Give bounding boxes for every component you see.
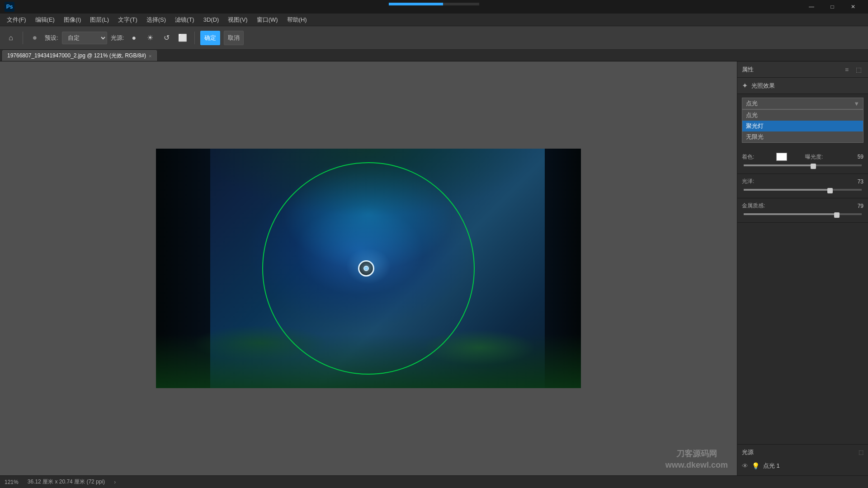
light-type-select-button[interactable]: 点光 ▼ xyxy=(742,98,863,109)
panel-expand-icon[interactable]: ⬚ xyxy=(859,449,863,455)
watermark-line2: www.dkewl.com xyxy=(665,460,728,471)
toolbar-circle-icon[interactable]: ● xyxy=(28,32,41,44)
color-swatch[interactable] xyxy=(776,153,787,161)
titlebar-controls: — □ ✕ xyxy=(801,0,863,14)
menu-text[interactable]: 文字(T) xyxy=(113,14,142,26)
active-tab[interactable]: 19766807_194341947000_2.jpg @ 121% (光效, … xyxy=(2,50,157,61)
bulb-icon: 💡 xyxy=(752,462,760,469)
exposure-slider-thumb[interactable] xyxy=(811,164,816,169)
metal-slider-thumb[interactable] xyxy=(834,212,840,218)
metal-value: 79 xyxy=(848,203,863,209)
light-source-item: 👁 💡 点光 1 xyxy=(742,460,863,472)
light-type-value: 点光 xyxy=(746,99,758,108)
preset-select[interactable]: 自定 xyxy=(62,32,107,44)
foliage-mid-right xyxy=(423,329,536,366)
gloss-slider-fill xyxy=(744,189,830,191)
zoom-level: 121% xyxy=(5,479,19,485)
titlebar-left: Ps xyxy=(5,2,14,12)
menu-file[interactable]: 文件(F) xyxy=(2,14,31,26)
light-sun-icon[interactable]: ☀ xyxy=(144,32,156,44)
toolbar-separator-2 xyxy=(194,32,195,44)
maximize-button[interactable]: □ xyxy=(822,0,843,14)
statusbar: 121% 36.12 厘米 x 20.74 厘米 (72 ppi) › xyxy=(0,475,868,488)
gloss-label: 光泽: xyxy=(742,178,774,185)
menu-window[interactable]: 窗口(W) xyxy=(252,14,283,26)
dropdown-option-spot[interactable]: 聚光灯 xyxy=(742,121,863,131)
titlebar: Ps — □ ✕ xyxy=(0,0,868,14)
gloss-slider-track[interactable] xyxy=(744,189,862,191)
properties-title: 属性 xyxy=(742,66,754,74)
panel-list-icon[interactable]: ≡ xyxy=(842,65,852,75)
metal-row: 金属质感: 79 xyxy=(742,202,863,210)
light-sources-title: 光源 xyxy=(742,448,754,456)
menu-filter[interactable]: 滤镜(T) xyxy=(170,14,199,26)
lighting-title: 光照效果 xyxy=(751,82,775,90)
light-source-handle[interactable] xyxy=(358,260,374,277)
light-type-dropdown: 点光 ▼ 点光 聚光灯 无限光 xyxy=(742,98,863,109)
menu-layer[interactable]: 图层(L) xyxy=(85,14,113,26)
gloss-value: 73 xyxy=(848,178,863,185)
light-label: 光源: xyxy=(111,34,124,42)
canvas-image xyxy=(156,149,581,388)
dropdown-option-infinite[interactable]: 无限光 xyxy=(742,131,863,142)
close-button[interactable]: ✕ xyxy=(843,0,863,14)
confirm-button[interactable]: 确定 xyxy=(200,31,220,45)
light-dot-icon[interactable]: ● xyxy=(127,32,140,44)
gloss-slider-thumb[interactable] xyxy=(827,188,833,193)
menu-edit[interactable]: 编辑(E) xyxy=(31,14,59,26)
menu-help[interactable]: 帮助(H) xyxy=(283,14,311,26)
menu-select[interactable]: 选择(S) xyxy=(142,14,170,26)
cancel-button[interactable]: 取消 xyxy=(224,31,244,45)
color-row: 着色: 曝光度: 59 xyxy=(742,153,863,161)
props-section-color: 着色: 曝光度: 59 xyxy=(737,149,868,174)
menu-image[interactable]: 图像(I) xyxy=(59,14,85,26)
menu-view[interactable]: 视图(V) xyxy=(223,14,252,26)
rotate-icon[interactable]: ↺ xyxy=(160,32,173,44)
minimize-button[interactable]: — xyxy=(801,0,822,14)
watermark-line1: 刀客源码网 xyxy=(665,448,728,460)
tab-label: 19766807_194341947000_2.jpg @ 121% (光效, … xyxy=(7,52,146,60)
foliage-top xyxy=(201,149,536,216)
light-source-name: 点光 1 xyxy=(763,462,780,470)
exposure-value: 59 xyxy=(848,154,863,160)
metal-slider-row xyxy=(742,213,863,215)
image-size-info: 36.12 厘米 x 20.74 厘米 (72 ppi) xyxy=(28,478,105,486)
light-sources-panel: 光源 ⬚ 👁 💡 点光 1 xyxy=(737,444,868,475)
frame-icon[interactable]: ⬜ xyxy=(176,32,189,44)
tabbar: 19766807_194341947000_2.jpg @ 121% (光效, … xyxy=(0,50,868,61)
canvas-wrapper xyxy=(156,149,581,388)
right-panel: 属性 ≡ ⬚ ✦ 光照效果 点光 ▼ 点光 聚光灯 无限光 xyxy=(737,61,868,475)
toolbar-separator-1 xyxy=(23,32,23,44)
light-sources-header: 光源 ⬚ xyxy=(742,448,863,456)
progress-bar xyxy=(389,3,479,5)
progress-bar-fill xyxy=(389,3,443,5)
exposure-slider-fill xyxy=(744,164,813,166)
lighting-header: ✦ 光照效果 xyxy=(737,78,868,94)
color-label: 着色: xyxy=(742,153,774,161)
properties-expand-icon[interactable]: ⬚ xyxy=(854,65,863,75)
toolbar: ⌂ ● 预设: 自定 光源: ● ☀ ↺ ⬜ 确定 取消 xyxy=(0,26,868,50)
menubar: 文件(F) 编辑(E) 图像(I) 图层(L) 文字(T) 选择(S) 滤镜(T… xyxy=(0,14,868,26)
metal-label: 金属质感: xyxy=(742,202,774,210)
props-section-metal: 金属质感: 79 xyxy=(737,198,868,223)
exposure-slider-track[interactable] xyxy=(744,164,862,166)
ps-logo-icon: Ps xyxy=(5,2,14,12)
metal-slider-track[interactable] xyxy=(744,213,862,215)
main-area: 刀客源码网 www.dkewl.com 属性 ≡ ⬚ ✦ 光照效果 点光 ▼ xyxy=(0,61,868,475)
tab-close-icon[interactable]: × xyxy=(149,53,151,59)
dropdown-menu: 点光 聚光灯 无限光 xyxy=(742,109,863,143)
gloss-slider-row xyxy=(742,189,863,191)
metal-slider-fill xyxy=(744,213,837,215)
panel-spacer xyxy=(737,223,868,444)
menu-3d[interactable]: 3D(D) xyxy=(199,14,224,25)
dropdown-option-point[interactable]: 点光 xyxy=(742,110,863,121)
visibility-eye-icon[interactable]: 👁 xyxy=(742,462,748,469)
home-icon[interactable]: ⌂ xyxy=(5,32,17,44)
light-source-inner-dot xyxy=(363,266,369,271)
exposure-label: 曝光度: xyxy=(805,153,832,161)
gloss-row: 光泽: 73 xyxy=(742,178,863,185)
props-section-gloss: 光泽: 73 xyxy=(737,174,868,198)
status-arrow-icon[interactable]: › xyxy=(114,479,116,485)
canvas-area[interactable]: 刀客源码网 www.dkewl.com xyxy=(0,61,737,475)
preset-label: 预设: xyxy=(45,34,58,42)
